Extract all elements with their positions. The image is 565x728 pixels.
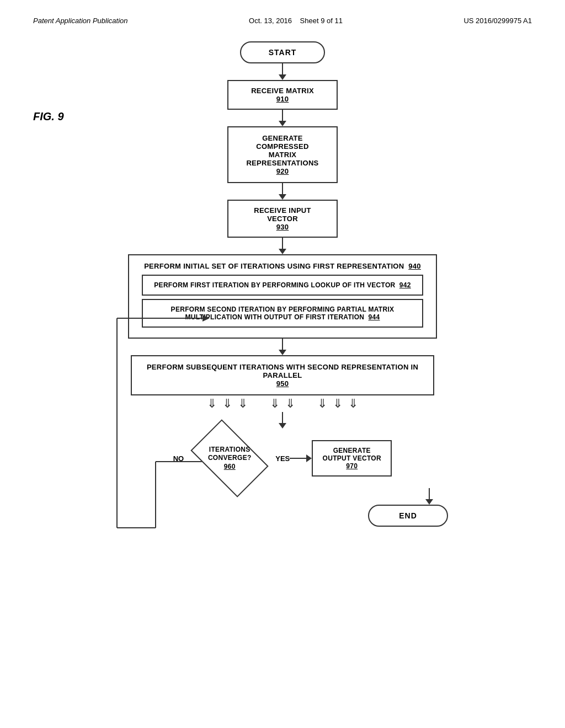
parallel-arrow-7: ⇓ [333,398,343,410]
arrow-940-to-950 [279,339,286,355]
yes-label: YES [275,454,290,463]
end-node: END [368,505,448,527]
parallel-arrow-4: ⇓ [270,398,280,410]
arrow-yes [290,454,312,462]
arrow-970-area [117,486,448,505]
parallel-arrow-3: ⇓ [238,398,248,410]
decision-row: NO ITERATIONSCONVERGE?960 YES [117,431,448,486]
page-header: Patent Application Publication Oct. 13, … [33,17,532,25]
step-942-box: PERFORM FIRST ITERATION BY PERFORMING LO… [142,275,423,296]
step-950-box: PERFORM SUBSEQUENT ITERATIONS WITH SECON… [131,355,434,395]
page: Patent Application Publication Oct. 13, … [0,0,565,728]
parallel-arrow-2: ⇓ [222,398,232,410]
arrow-930-to-940 [279,238,286,254]
step-944-box: PERFORM SECOND ITERATION BY PERFORMING P… [142,299,423,328]
step-920-box: GENERATECOMPRESSEDMATRIXREPRESENTATIONS … [227,126,338,183]
step-910-box: RECEIVE MATRIX 910 [227,80,338,110]
parallel-arrow-1: ⇓ [207,398,217,410]
no-label: NO [173,454,184,463]
arrow-start-to-910 [279,63,286,80]
arrow-950-to-960 [279,412,286,429]
parallel-arrow-6: ⇓ [317,398,327,410]
flowchart-diagram: START RECEIVE MATRIX 910 GENERATECOMPRES… [33,36,532,527]
header-date-sheet: Oct. 13, 2016 Sheet 9 of 11 [249,17,343,25]
arrow-970-to-end [425,488,433,505]
arrow-910-to-920 [279,110,286,126]
step-970-box: GENERATE OUTPUT VECTOR 970 [312,440,392,477]
parallel-arrows-row: ⇓ ⇓ ⇓ ⇓ ⇓ ⇓ ⇓ ⇓ [128,398,437,410]
header-publication: Patent Application Publication [33,17,128,25]
step-960-label: ITERATIONSCONVERGE?960 [208,446,252,472]
step-960-diamond: ITERATIONSCONVERGE?960 [191,431,268,486]
flowchart-container: START RECEIVE MATRIX 910 GENERATECOMPRES… [95,41,470,527]
arrow-920-to-930 [279,183,286,200]
start-node: START [240,41,326,63]
decision-section: NO ITERATIONSCONVERGE?960 YES [117,429,448,527]
step-940-outer-box: PERFORM INITIAL SET OF ITERATIONS USING … [128,254,437,339]
parallel-arrow-8: ⇓ [348,398,358,410]
end-area: END [117,505,448,527]
step-940-label: PERFORM INITIAL SET OF ITERATIONS USING … [137,262,428,270]
header-patent-number: US 2016/0299975 A1 [463,17,532,25]
step-930-box: RECEIVE INPUTVECTOR 930 [227,200,338,238]
parallel-arrow-5: ⇓ [285,398,295,410]
